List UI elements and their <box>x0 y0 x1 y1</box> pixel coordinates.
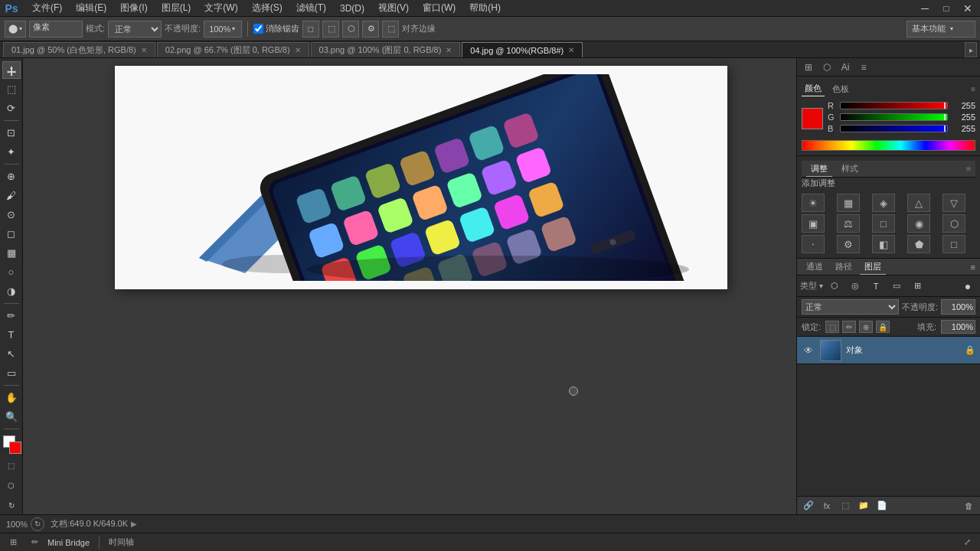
tab-02-close[interactable]: ✕ <box>295 46 301 54</box>
lasso-tool[interactable]: ⟳ <box>2 99 21 117</box>
menu-window[interactable]: 窗口(W) <box>416 0 462 16</box>
menu-help[interactable]: 帮助(H) <box>463 0 507 16</box>
menu-layer[interactable]: 图层(L) <box>155 0 198 16</box>
menu-filter[interactable]: 滤镜(T) <box>290 0 332 16</box>
tab-layers[interactable]: 图层 <box>860 259 886 275</box>
zoom-tool[interactable]: 🔍 <box>2 408 21 425</box>
expand-icon[interactable]: ⤢ <box>959 535 975 550</box>
screen-mode-btn[interactable]: ⬡ <box>2 476 21 494</box>
background-color[interactable] <box>9 442 21 454</box>
brush-tool[interactable]: 🖌 <box>2 187 21 204</box>
adjust-brightness-icon[interactable]: ☀ <box>802 194 825 212</box>
filter-text-icon[interactable]: T <box>867 277 885 295</box>
close-button[interactable]: ✕ <box>959 0 977 18</box>
panel-options-icon[interactable]: ≡ <box>971 85 975 93</box>
tab-style[interactable]: 样式 <box>837 161 863 176</box>
filter-pixel-icon[interactable]: ⬡ <box>825 277 844 295</box>
panel-icon-layers[interactable]: ⊞ <box>800 60 817 75</box>
text-tool[interactable]: T <box>2 326 21 344</box>
tabs-scroll-arrow[interactable]: ▸ <box>965 42 977 57</box>
smooth-check-input[interactable] <box>253 24 263 34</box>
settings-btn[interactable]: ⚙ <box>362 21 379 37</box>
menu-view[interactable]: 视图(V) <box>372 0 415 16</box>
move-tool[interactable] <box>2 61 21 79</box>
path-tool[interactable]: ↖ <box>2 345 21 363</box>
lock-all-btn[interactable]: 🔒 <box>876 321 890 333</box>
tab-01[interactable]: 01.jpg @ 50% (白色矩形, RGB/8) ✕ <box>3 42 155 57</box>
layer-blend-mode-select[interactable]: 正常 <box>802 299 899 315</box>
blur-tool[interactable]: ○ <box>2 263 21 281</box>
add-mask-btn[interactable]: ⬚ <box>837 499 854 513</box>
toggle-btn[interactable]: ⬚ <box>382 21 399 37</box>
marquee-tool[interactable]: ⬚ <box>2 80 21 98</box>
adjust-threshold-icon[interactable]: ⬟ <box>907 235 930 253</box>
menu-edit[interactable]: 编辑(E) <box>70 0 113 16</box>
eyedropper-tool[interactable]: ✦ <box>2 143 21 161</box>
rotate-view-btn[interactable]: ↻ <box>2 496 21 514</box>
timeline-label[interactable]: 时间轴 <box>109 536 134 548</box>
shape-tool[interactable]: ▭ <box>2 364 21 382</box>
adjust-levels-icon[interactable]: ▦ <box>837 194 860 212</box>
color-preview-swatch[interactable] <box>802 108 823 129</box>
tab-02[interactable]: 02.png @ 66.7% (图层 0, RGB/8) ✕ <box>157 42 309 57</box>
tab-04-close[interactable]: ✕ <box>568 46 574 54</box>
adjust-hue-icon[interactable]: ▣ <box>802 214 825 233</box>
zoom-cycle-btn[interactable]: ↻ <box>31 517 44 531</box>
healing-tool[interactable]: ⊕ <box>2 168 21 185</box>
panel-icon-color[interactable]: ⬡ <box>818 60 835 75</box>
menu-3d[interactable]: 3D(D) <box>334 2 371 15</box>
filter-type-chevron[interactable]: ▾ <box>819 282 823 290</box>
filter-adjust-icon[interactable]: ◎ <box>846 277 864 295</box>
smooth-checkbox[interactable]: 消除锯齿 <box>253 23 299 34</box>
link-layers-btn[interactable]: 🔗 <box>800 499 817 513</box>
adjust-vibrance-icon[interactable]: ▽ <box>942 194 965 212</box>
opacity-input[interactable] <box>941 299 975 315</box>
filter-shape-icon[interactable]: ▭ <box>887 277 906 295</box>
color-picker[interactable] <box>3 435 20 452</box>
hand-tool[interactable]: ✋ <box>2 389 21 406</box>
tab-01-close[interactable]: ✕ <box>141 46 147 54</box>
adjust-colorbalance-icon[interactable]: ⚖ <box>837 214 860 233</box>
lock-transparent-btn[interactable]: ⬚ <box>825 321 839 333</box>
brush-preset-btn[interactable]: ⬤ ▾ <box>5 21 26 37</box>
workspace-preset-btn[interactable]: 基本功能 ▾ <box>906 21 975 37</box>
adjust-colorlookup-icon[interactable]: ⬞ <box>802 235 825 253</box>
layer-visibility-toggle[interactable]: 👁 <box>802 344 815 357</box>
clone-tool[interactable]: ⊙ <box>2 206 21 223</box>
adjust-gradientmap-icon[interactable]: □ <box>942 235 965 253</box>
r-slider[interactable] <box>840 102 948 109</box>
layers-options-icon[interactable]: ≡ <box>971 262 975 272</box>
delete-layer-btn[interactable]: 🗑 <box>960 499 977 513</box>
maximize-button[interactable]: □ <box>937 0 956 18</box>
adjust-channelmix-icon[interactable]: ⬡ <box>942 214 965 233</box>
g-slider[interactable] <box>840 113 948 121</box>
icon-btn-1[interactable]: □ <box>302 21 319 37</box>
blend-mode-select[interactable]: 正常 <box>108 21 162 37</box>
layer-item-selected[interactable]: 👁 对象 🔒 <box>797 337 980 364</box>
tools-icon-bottom[interactable]: ⊞ <box>5 535 21 550</box>
lock-position-btn[interactable]: ⊕ <box>859 321 873 333</box>
dodge-tool[interactable]: ◑ <box>2 282 21 300</box>
doc-info-arrow[interactable]: ▶ <box>131 520 137 528</box>
mini-bridge-label[interactable]: Mini Bridge <box>47 538 90 547</box>
adjust-invert-icon[interactable]: ⚙ <box>837 235 860 253</box>
panel-icon-ai[interactable]: Ai <box>837 60 854 75</box>
adjust-posterize-icon[interactable]: ◧ <box>872 235 895 253</box>
tab-swatches[interactable]: 色板 <box>829 82 852 96</box>
adjust-bw-icon[interactable]: □ <box>872 214 895 233</box>
tab-paths[interactable]: 路径 <box>831 259 857 274</box>
b-slider[interactable] <box>840 125 948 132</box>
minimize-button[interactable]: ─ <box>916 0 934 18</box>
menu-text[interactable]: 文字(W) <box>198 0 243 16</box>
tab-04[interactable]: 04.jpg @ 100%(RGB/8#) ✕ <box>462 42 583 57</box>
pen-tool[interactable]: ✏ <box>2 307 21 324</box>
menu-file[interactable]: 文件(F) <box>26 0 68 16</box>
menu-select[interactable]: 选择(S) <box>246 0 289 16</box>
new-layer-btn[interactable]: 📄 <box>874 499 890 513</box>
add-style-btn[interactable]: fx <box>818 499 835 513</box>
icon-btn-3[interactable]: ⬡ <box>342 21 359 37</box>
filter-smart-icon[interactable]: ⊞ <box>908 277 926 295</box>
brush-size-input[interactable]: 像素 <box>29 21 83 37</box>
lock-pixels-btn[interactable]: ✏ <box>842 321 856 333</box>
brush-icon-bottom[interactable]: ✏ <box>26 535 43 550</box>
